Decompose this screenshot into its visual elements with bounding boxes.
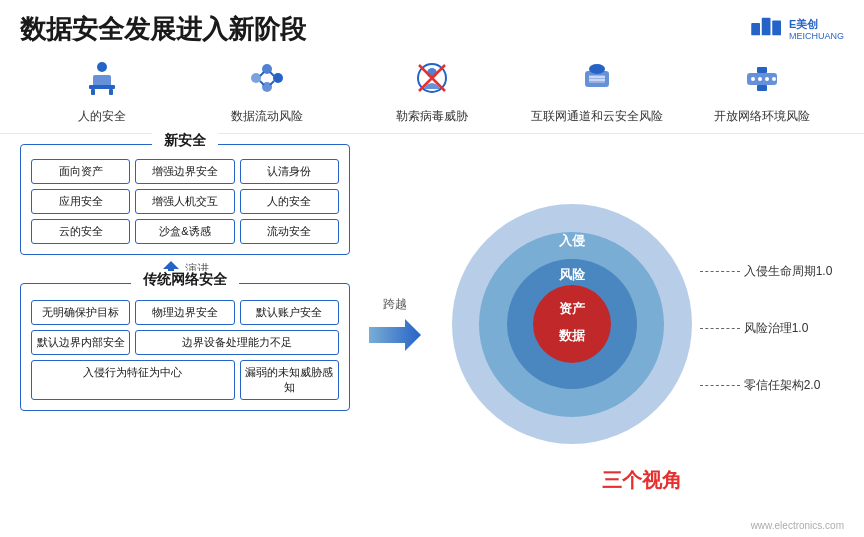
svg-rect-2 [772, 20, 781, 35]
svg-point-21 [589, 64, 605, 74]
svg-rect-7 [109, 89, 113, 95]
trad-security-box: 传统网络安全 无明确保护目标 物理边界安全 默认账户安全 默认边界内部安全 边界… [20, 283, 350, 411]
trad-cell-0: 无明确保护目标 [31, 300, 130, 325]
cell-asset: 面向资产 [31, 159, 130, 184]
page-title: 数据安全发展进入新阶段 [20, 12, 306, 47]
person-desk-icon [83, 59, 121, 102]
label-invasion: 入侵 [559, 232, 585, 250]
svg-rect-30 [757, 67, 767, 73]
svg-point-26 [751, 77, 755, 81]
circle-core [533, 285, 611, 363]
label-data: 数据 [559, 327, 585, 345]
icon-item-ransomware: 勒索病毒威胁 [350, 59, 515, 125]
new-security-title: 新安全 [152, 132, 218, 150]
side-label-row-1: 风险治理1.0 [700, 320, 833, 337]
svg-point-28 [765, 77, 769, 81]
svg-line-12 [260, 72, 264, 76]
cell-identity: 认清身份 [240, 159, 339, 184]
icon-label-data-flow: 数据流动风险 [231, 108, 303, 125]
cell-sandbox: 沙盒&诱感 [135, 219, 234, 244]
svg-line-14 [270, 81, 274, 85]
trad-security-title: 传统网络安全 [131, 271, 239, 289]
new-security-box: 新安全 面向资产 增强边界安全 认清身份 应用安全 增强人机交互 人的安全 云的… [20, 144, 350, 255]
dashed-line-1 [700, 328, 740, 329]
label-asset: 资产 [559, 300, 585, 318]
cell-border-security: 增强边界安全 [135, 159, 234, 184]
middle-arrow: 跨越 [360, 144, 430, 504]
label-risk: 风险 [559, 266, 585, 284]
icons-bar: 人的安全 数据流动风险 [0, 53, 864, 134]
icon-label-cloud-internet: 互联网通道和云安全风险 [531, 108, 663, 125]
watermark: www.electronics.com [751, 520, 844, 531]
icon-label-person-safety: 人的安全 [78, 108, 126, 125]
dashed-line-2 [700, 385, 740, 386]
logo-svg [749, 16, 785, 44]
main-content: 新安全 面向资产 增强边界安全 认清身份 应用安全 增强人机交互 人的安全 云的… [0, 144, 864, 504]
three-angles-label: 三个视角 [602, 467, 682, 494]
right-panel: 入侵 风险 资产 数据 入侵生命周期1.0 风险治理1.0 零信任架构2.0 [440, 144, 844, 504]
icon-item-network: 开放网络环境风险 [679, 59, 844, 125]
icon-item-data-flow: 数据流动风险 [185, 59, 350, 125]
svg-point-27 [758, 77, 762, 81]
svg-point-8 [251, 73, 261, 83]
svg-line-15 [260, 81, 264, 85]
trad-cell-2: 默认账户安全 [240, 300, 339, 325]
cell-cloud-security: 云的安全 [31, 219, 130, 244]
icon-label-network: 开放网络环境风险 [714, 108, 810, 125]
big-right-arrow-icon [369, 317, 421, 353]
logo: E美创 MEICHUANG [749, 16, 844, 44]
trad-cell-5: 入侵行为特征为中心 [31, 360, 235, 400]
svg-rect-31 [757, 85, 767, 91]
svg-rect-0 [751, 23, 760, 35]
cell-flow-security: 流动安全 [240, 219, 339, 244]
ransomware-icon [413, 59, 451, 102]
svg-rect-1 [762, 17, 771, 35]
side-label-text-2: 零信任架构2.0 [744, 377, 821, 394]
trad-cell-6: 漏弱的未知威胁感知 [240, 360, 339, 400]
icon-item-cloud-internet: 互联网通道和云安全风险 [514, 59, 679, 125]
new-security-grid: 面向资产 增强边界安全 认清身份 应用安全 增强人机交互 人的安全 云的安全 沙… [31, 159, 339, 244]
trad-security-grid: 无明确保护目标 物理边界安全 默认账户安全 默认边界内部安全 边界设备处理能力不… [31, 300, 339, 400]
network-icon [743, 59, 781, 102]
side-label-text-0: 入侵生命周期1.0 [744, 263, 833, 280]
side-label-text-1: 风险治理1.0 [744, 320, 809, 337]
data-flow-icon [248, 59, 286, 102]
svg-marker-33 [369, 319, 421, 351]
trad-cell-3: 默认边界内部安全 [31, 330, 130, 355]
cloud-internet-icon [578, 59, 616, 102]
svg-point-3 [97, 62, 107, 72]
header: 数据安全发展进入新阶段 E美创 MEICHUANG [0, 0, 864, 53]
circles-with-labels: 入侵 风险 资产 数据 入侵生命周期1.0 风险治理1.0 零信任架构2.0 [452, 204, 833, 444]
cross-label: 跨越 [383, 296, 407, 313]
left-panel: 新安全 面向资产 增强边界安全 认清身份 应用安全 增强人机交互 人的安全 云的… [20, 144, 350, 504]
cell-app-security: 应用安全 [31, 189, 130, 214]
cell-person-security: 人的安全 [240, 189, 339, 214]
trad-cell-4: 边界设备处理能力不足 [135, 330, 339, 355]
trad-cell-1: 物理边界安全 [135, 300, 234, 325]
side-labels: 入侵生命周期1.0 风险治理1.0 零信任架构2.0 [700, 233, 833, 416]
svg-rect-6 [91, 89, 95, 95]
svg-line-13 [270, 72, 274, 76]
icon-item-person-safety: 人的安全 [20, 59, 185, 125]
logo-text: E美创 MEICHUANG [789, 18, 844, 42]
dashed-line-0 [700, 271, 740, 272]
svg-rect-22 [589, 75, 605, 83]
cell-hmi: 增强人机交互 [135, 189, 234, 214]
svg-point-29 [772, 77, 776, 81]
circles-container: 入侵 风险 资产 数据 [452, 204, 692, 444]
side-label-row-2: 零信任架构2.0 [700, 377, 833, 394]
svg-rect-5 [89, 85, 115, 89]
side-label-row-0: 入侵生命周期1.0 [700, 263, 833, 280]
icon-label-ransomware: 勒索病毒威胁 [396, 108, 468, 125]
